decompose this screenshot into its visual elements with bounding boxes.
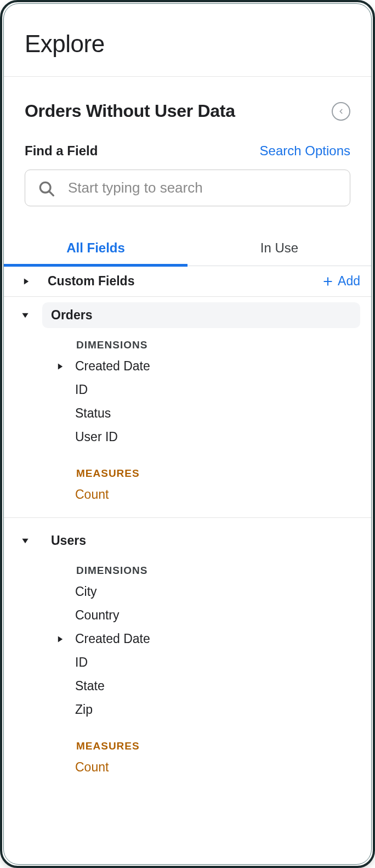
measure-field[interactable]: Count xyxy=(4,756,371,779)
search-field-container[interactable] xyxy=(25,170,350,206)
svg-marker-5 xyxy=(22,313,28,317)
view-group-orders[interactable]: Orders xyxy=(4,297,371,334)
find-field-label: Find a Field xyxy=(25,143,98,159)
svg-marker-7 xyxy=(22,538,28,543)
field-label: ID xyxy=(75,655,88,670)
measures-header: MEASURES xyxy=(4,735,371,756)
plus-icon xyxy=(322,276,333,287)
field-label: Created Date xyxy=(75,359,150,374)
view-group-label: Users xyxy=(42,528,360,554)
field-label: Count xyxy=(75,487,109,502)
view-group-users[interactable]: Users xyxy=(4,522,371,559)
dimension-field[interactable]: Country xyxy=(4,604,371,627)
dimension-field[interactable]: Status xyxy=(4,402,371,425)
chevron-left-icon xyxy=(337,108,345,115)
collapse-panel-button[interactable] xyxy=(332,102,350,121)
dimensions-header: DIMENSIONS xyxy=(4,559,371,580)
measures-header: MEASURES xyxy=(4,462,371,483)
dimension-field[interactable]: Created Date xyxy=(4,354,371,378)
svg-line-1 xyxy=(49,191,53,195)
field-label: User ID xyxy=(75,430,118,444)
custom-fields-row[interactable]: Custom Fields Add xyxy=(4,266,371,297)
add-label: Add xyxy=(338,274,360,289)
page-title: Explore xyxy=(25,30,350,58)
dimension-field[interactable]: State xyxy=(4,674,371,698)
svg-marker-8 xyxy=(58,636,63,642)
field-label: Country xyxy=(75,608,120,623)
tab-all-fields[interactable]: All Fields xyxy=(4,240,188,266)
caret-down-icon xyxy=(21,312,29,319)
dimension-field[interactable]: Created Date xyxy=(4,627,371,651)
dimension-field[interactable]: ID xyxy=(4,651,371,674)
dimension-field[interactable]: Zip xyxy=(4,698,371,722)
field-label: Created Date xyxy=(75,632,150,646)
tab-in-use[interactable]: In Use xyxy=(188,240,371,266)
caret-right-icon xyxy=(54,635,66,643)
dimension-field[interactable]: City xyxy=(4,580,371,604)
search-icon xyxy=(37,179,55,197)
svg-marker-2 xyxy=(24,278,29,284)
search-options-link[interactable]: Search Options xyxy=(260,143,350,159)
caret-right-icon xyxy=(54,363,66,370)
dimensions-header: DIMENSIONS xyxy=(4,334,371,354)
field-label: State xyxy=(75,679,105,694)
measure-field[interactable]: Count xyxy=(4,483,371,506)
field-label: ID xyxy=(75,382,88,397)
view-group-label: Orders xyxy=(42,302,360,328)
svg-marker-6 xyxy=(58,363,63,369)
caret-right-icon xyxy=(21,278,31,285)
custom-fields-label: Custom Fields xyxy=(48,274,318,289)
field-label: City xyxy=(75,584,97,599)
field-label: Status xyxy=(75,406,111,421)
explore-title: Orders Without User Data xyxy=(25,101,235,121)
field-label: Zip xyxy=(75,702,93,717)
caret-down-icon xyxy=(21,537,29,545)
dimension-field[interactable]: ID xyxy=(4,378,371,402)
field-label: Count xyxy=(75,760,109,775)
search-input[interactable] xyxy=(67,179,338,197)
add-custom-field-button[interactable]: Add xyxy=(322,274,360,289)
dimension-field[interactable]: User ID xyxy=(4,425,371,449)
